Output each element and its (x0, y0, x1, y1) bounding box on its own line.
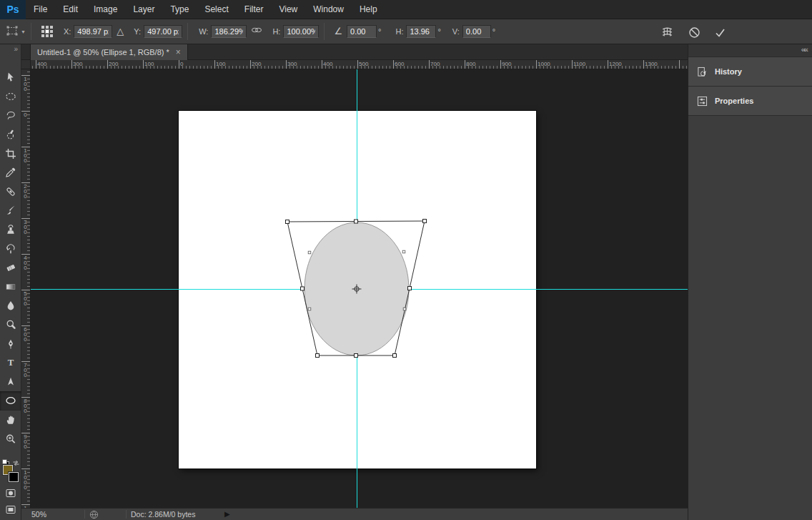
status-flyout-arrow[interactable]: ▶ (224, 510, 230, 518)
tool-hand[interactable] (0, 411, 21, 430)
zoom-level-field[interactable]: 50% (31, 510, 46, 519)
tool-gradient[interactable] (0, 278, 21, 297)
canvas-viewport[interactable] (31, 69, 688, 508)
reference-point-6[interactable] (41, 34, 44, 37)
reference-point-2[interactable] (50, 26, 53, 29)
type-icon: T (5, 357, 16, 368)
reference-point-7[interactable] (46, 34, 49, 37)
warp-mode-button[interactable] (659, 24, 675, 40)
history-panel-icon (697, 67, 708, 77)
quick-mask-button[interactable] (0, 485, 21, 501)
separator (324, 23, 325, 40)
menu-window[interactable]: Window (305, 0, 352, 19)
tool-eyedropper[interactable] (0, 163, 21, 182)
clone-stamp-icon (5, 224, 16, 235)
menu-filter[interactable]: Filter (237, 0, 272, 19)
tool-path-selection[interactable] (0, 373, 21, 392)
y-label: Y: (134, 27, 141, 36)
commit-transform-button[interactable] (712, 24, 728, 40)
tool-preset-picker[interactable]: ▼ (6, 25, 26, 38)
swap-colors-icon[interactable] (12, 456, 20, 469)
ellipse-shape-icon (5, 395, 16, 406)
transform-overlay[interactable] (31, 69, 688, 508)
ruler-label-v: 700 (22, 363, 29, 378)
ruler-label-v: 500 (22, 291, 29, 306)
menu-type[interactable]: Type (162, 0, 197, 19)
width-label: W: (199, 27, 208, 36)
tool-history-brush[interactable] (0, 239, 21, 258)
ruler-horizontal[interactable]: 4003002001000100200300400500600700800900… (31, 60, 688, 69)
menu-edit[interactable]: Edit (55, 0, 86, 19)
width-scale-field[interactable] (211, 25, 247, 38)
tool-elliptical-marquee[interactable] (0, 87, 21, 107)
ruler-vertical[interactable]: 100010020030040050060070080090010001100 (21, 69, 31, 508)
tool-brush[interactable] (0, 201, 21, 220)
menu-view[interactable]: View (271, 0, 305, 19)
tool-list: T (0, 68, 21, 448)
document-size-text: Doc: 2.86M/0 bytes (131, 510, 195, 519)
reference-point-3[interactable] (41, 30, 44, 33)
reference-point-8[interactable] (50, 34, 53, 37)
y-position-field[interactable] (144, 25, 182, 38)
pen-icon (5, 338, 16, 350)
rotation-angle-field[interactable] (347, 25, 377, 38)
tool-quick-selection[interactable] (0, 125, 21, 144)
ruler-label-v: 100 (22, 148, 29, 163)
tool-lasso[interactable] (0, 106, 21, 125)
reference-point-5[interactable] (50, 30, 53, 33)
ruler-label-h: 1300 (645, 61, 658, 67)
panel-button-properties[interactable]: Properties (688, 87, 812, 116)
tool-zoom[interactable] (0, 429, 21, 448)
reference-point-0[interactable] (41, 26, 44, 29)
tool-type[interactable]: T (0, 353, 21, 373)
ruler-label-h: 200 (109, 61, 118, 67)
menu-file[interactable]: File (26, 0, 55, 19)
screen-mode-button[interactable] (0, 501, 21, 517)
relative-positioning-button[interactable]: △ (114, 24, 126, 39)
tool-dodge[interactable] (0, 315, 21, 335)
toolbar-collapse-button[interactable]: » (0, 44, 21, 55)
elliptical-marquee-icon (5, 91, 16, 102)
background-swatch[interactable] (9, 472, 19, 482)
reference-point-1[interactable] (46, 26, 49, 29)
menu-layer[interactable]: Layer (125, 0, 162, 19)
ruler-label-h: 300 (73, 61, 82, 67)
panel-button-history[interactable]: History (688, 57, 812, 87)
tool-ellipse-shape[interactable] (0, 391, 21, 411)
x-label: X: (64, 27, 71, 36)
tool-pen[interactable] (0, 334, 21, 353)
ruler-corner[interactable] (21, 60, 31, 69)
photoshop-window: Ps FileEditImageLayerTypeSelectFilterVie… (0, 0, 812, 520)
close-icon[interactable]: × (176, 47, 181, 57)
menu-select[interactable]: Select (197, 0, 236, 19)
ruler-label-h: 500 (359, 61, 368, 67)
expand-panels-button[interactable]: «« (801, 45, 807, 54)
degree-symbol: ° (378, 27, 381, 36)
cancel-transform-button[interactable] (686, 24, 702, 40)
ruler-label-h: 1100 (573, 61, 585, 67)
ruler-label-v: 300 (22, 220, 29, 235)
document-tab[interactable]: Untitled-1 @ 50% (Ellipse 1, RGB/8) * × (30, 44, 188, 60)
tool-clone-stamp[interactable] (0, 220, 21, 240)
tool-eraser[interactable] (0, 258, 21, 278)
reference-point-4[interactable] (46, 30, 49, 33)
ruler-label-h: 200 (252, 61, 261, 67)
skew-v-field[interactable] (462, 25, 491, 38)
link-dimensions-icon[interactable] (249, 24, 264, 39)
x-position-field[interactable] (74, 25, 112, 38)
height-scale-field[interactable] (283, 25, 319, 38)
menu-image[interactable]: Image (86, 0, 125, 19)
quick-selection-icon (5, 129, 16, 140)
tool-spot-healing[interactable] (0, 182, 21, 202)
menu-help[interactable]: Help (352, 0, 385, 19)
tool-blur[interactable] (0, 296, 21, 315)
tool-crop[interactable] (0, 144, 21, 163)
tool-move[interactable] (0, 68, 21, 87)
publish-globe-icon[interactable] (89, 510, 99, 520)
skew-h-field[interactable] (406, 25, 436, 38)
ruler-label-h: 100 (144, 61, 154, 67)
ruler-label-h: 1200 (609, 61, 622, 67)
reference-point-grid (41, 26, 53, 37)
history-brush-icon (5, 243, 16, 255)
spot-healing-icon (5, 186, 16, 197)
